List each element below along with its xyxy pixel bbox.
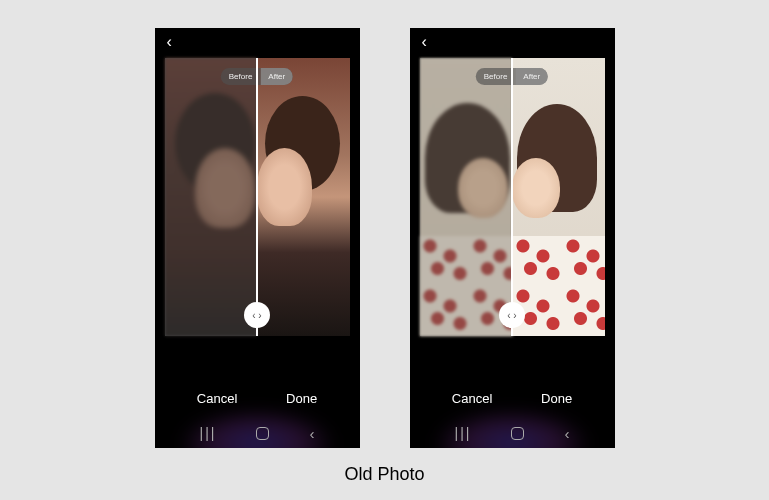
phone-left: ‹ Before After ‹ › Cancel Done xyxy=(155,28,360,448)
nav-bar: ||| ‹ xyxy=(155,418,360,448)
done-button[interactable]: Done xyxy=(541,391,572,406)
action-bar: Cancel Done xyxy=(410,391,615,406)
nav-home-icon[interactable] xyxy=(511,427,524,440)
photo-before xyxy=(165,58,258,336)
cancel-button[interactable]: Cancel xyxy=(197,391,237,406)
cancel-button[interactable]: Cancel xyxy=(452,391,492,406)
status-bar: ‹ xyxy=(410,28,615,56)
caption-text: Old Photo xyxy=(0,464,769,485)
photo-after xyxy=(257,58,350,336)
nav-home-icon[interactable] xyxy=(256,427,269,440)
before-label[interactable]: Before xyxy=(221,68,261,85)
nav-back-icon[interactable]: ‹ xyxy=(309,425,314,442)
slider-arrows-icon: ‹ › xyxy=(507,310,516,321)
compare-divider xyxy=(511,58,513,336)
slider-handle[interactable]: ‹ › xyxy=(499,302,525,328)
slider-handle[interactable]: ‹ › xyxy=(244,302,270,328)
photo-compare-area[interactable]: Before After ‹ › xyxy=(420,58,605,336)
slider-arrows-icon: ‹ › xyxy=(252,310,261,321)
phone-right: ‹ Before After ‹ › Cancel xyxy=(410,28,615,448)
back-icon[interactable]: ‹ xyxy=(422,33,427,51)
action-bar: Cancel Done xyxy=(155,391,360,406)
back-icon[interactable]: ‹ xyxy=(167,33,172,51)
nav-bar: ||| ‹ xyxy=(410,418,615,448)
nav-recents-icon[interactable]: ||| xyxy=(455,425,472,441)
after-label[interactable]: After xyxy=(515,68,548,85)
phones-container: ‹ Before After ‹ › Cancel Done xyxy=(0,0,769,448)
photo-before xyxy=(420,58,513,336)
compare-divider xyxy=(256,58,258,336)
nav-back-icon[interactable]: ‹ xyxy=(564,425,569,442)
done-button[interactable]: Done xyxy=(286,391,317,406)
photo-compare-area[interactable]: Before After ‹ › xyxy=(165,58,350,336)
photo-after xyxy=(512,58,605,336)
before-label[interactable]: Before xyxy=(476,68,516,85)
nav-recents-icon[interactable]: ||| xyxy=(200,425,217,441)
after-label[interactable]: After xyxy=(260,68,293,85)
status-bar: ‹ xyxy=(155,28,360,56)
